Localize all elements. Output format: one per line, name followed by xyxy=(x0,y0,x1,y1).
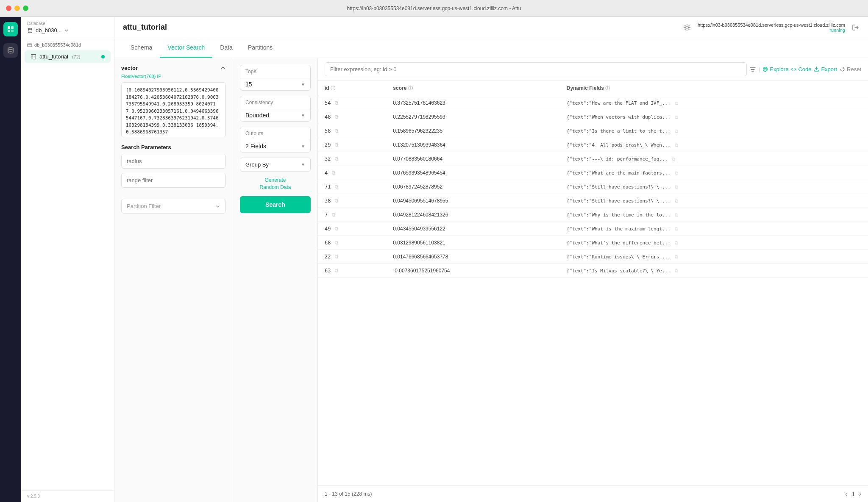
db-label: Database xyxy=(27,21,108,26)
copy-id-icon[interactable]: ⧉ xyxy=(335,268,339,274)
tab-data[interactable]: Data xyxy=(212,38,240,58)
partition-filter-dropdown[interactable]: Partition Filter xyxy=(121,199,226,214)
partition-filter-label: Partition Filter xyxy=(127,203,161,209)
close-button[interactable] xyxy=(6,6,11,11)
cell-dynamic: {"text":"How are the FLAT and IVF_... ⧉ xyxy=(560,96,868,110)
sun-icon[interactable] xyxy=(683,24,691,31)
vector-section: vector FloatVector(768) IP [0.1089402799… xyxy=(121,65,226,137)
col-score-label: score xyxy=(393,85,408,91)
tab-schema[interactable]: Schema xyxy=(123,38,160,58)
filter-icon[interactable] xyxy=(749,66,756,73)
next-page-button[interactable]: › xyxy=(859,490,861,498)
filter-expression-input[interactable] xyxy=(325,62,747,76)
maximize-button[interactable] xyxy=(23,6,28,11)
cell-score: 0.22552797198295593 xyxy=(386,110,559,124)
content-area: vector FloatVector(768) IP [0.1089402799… xyxy=(114,58,868,502)
topk-value: 15 xyxy=(245,81,252,88)
search-button[interactable]: Search xyxy=(240,196,311,213)
copy-dynamic-icon[interactable]: ⧉ xyxy=(675,128,678,134)
copy-dynamic-icon[interactable]: ⧉ xyxy=(675,268,678,274)
topk-control[interactable]: TopK 15 ▼ xyxy=(240,65,311,91)
copy-id-icon[interactable]: ⧉ xyxy=(335,240,339,246)
outputs-dropdown-icon: ▼ xyxy=(301,144,305,149)
copy-id-icon[interactable]: ⧉ xyxy=(335,100,339,106)
vector-data[interactable]: [0.10894027993956112,0.5569429400184276,… xyxy=(121,82,226,137)
collapse-icon[interactable] xyxy=(220,65,226,71)
copy-id-icon[interactable]: ⧉ xyxy=(335,156,339,162)
chevron-down-icon xyxy=(215,204,220,209)
radius-input[interactable] xyxy=(121,154,226,169)
vector-section-header: vector xyxy=(121,65,226,71)
cell-id: 54 ⧉ xyxy=(318,96,386,110)
db-name-row: db_b030... xyxy=(27,27,108,33)
copy-dynamic-icon[interactable]: ⧉ xyxy=(675,142,678,148)
topbar-url-block: https://in03-b030355534e081d.serverless.… xyxy=(698,22,845,33)
minimize-button[interactable] xyxy=(14,6,20,11)
titlebar: https://in03-b030355534e081d.serverless.… xyxy=(0,0,868,17)
generate-random-data-link[interactable]: Generate Random Data xyxy=(240,177,311,191)
copy-id-icon[interactable]: ⧉ xyxy=(335,226,339,232)
tabs-bar: Schema Vector Search Data Partitions xyxy=(114,38,868,58)
chevron-down-icon xyxy=(64,28,69,33)
id-info-icon: ⓘ xyxy=(331,86,335,91)
copy-dynamic-icon[interactable]: ⧉ xyxy=(675,170,678,176)
col-id-label: id xyxy=(325,85,331,91)
code-button[interactable]: Code xyxy=(791,66,811,72)
cell-score: 0.03129890561103821 xyxy=(386,236,559,250)
range-filter-input[interactable] xyxy=(121,173,226,188)
tab-partitions[interactable]: Partitions xyxy=(240,38,280,58)
reset-icon xyxy=(840,67,845,72)
tab-vector-search[interactable]: Vector Search xyxy=(160,38,212,58)
copy-id-icon[interactable]: ⧉ xyxy=(335,142,339,148)
vector-label: vector xyxy=(121,65,138,71)
cell-id: 63 ⧉ xyxy=(318,264,386,278)
vector-sublabel: FloatVector(768) IP xyxy=(121,74,226,79)
reset-button[interactable]: Reset xyxy=(840,66,861,72)
mid-panel: TopK 15 ▼ Consistency Bounded ▼ xyxy=(233,58,318,502)
export-button[interactable]: Export xyxy=(814,66,837,72)
copy-id-icon[interactable]: ⧉ xyxy=(335,198,339,204)
copy-dynamic-icon[interactable]: ⧉ xyxy=(672,156,675,162)
folder-icon xyxy=(27,42,32,47)
version-label: v 2.5.0 xyxy=(21,490,114,502)
sidebar-icon-database[interactable] xyxy=(3,43,18,58)
db-sidebar: Database db_b030... db_b030355534e081d xyxy=(21,17,114,502)
consistency-control[interactable]: Consistency Bounded ▼ xyxy=(240,96,311,122)
cell-dynamic: {"text":"Still have questions?\ \ ... ⧉ xyxy=(560,180,868,194)
copy-id-icon[interactable]: ⧉ xyxy=(335,184,339,190)
logout-icon[interactable] xyxy=(852,24,860,31)
table-icon xyxy=(31,54,36,60)
copy-id-icon[interactable]: ⧉ xyxy=(332,212,336,218)
copy-dynamic-icon[interactable]: ⧉ xyxy=(675,212,678,218)
consistency-value: Bounded xyxy=(245,112,269,119)
cell-id: 58 ⧉ xyxy=(318,124,386,138)
copy-dynamic-icon[interactable]: ⧉ xyxy=(675,198,678,204)
copy-dynamic-icon[interactable]: ⧉ xyxy=(675,100,678,106)
copy-dynamic-icon[interactable]: ⧉ xyxy=(675,240,678,246)
current-page[interactable]: 1 xyxy=(851,491,854,497)
cell-score: 0.04345504939556122 xyxy=(386,222,559,236)
cell-score: 0.13207513093948364 xyxy=(386,138,559,152)
collection-item[interactable]: attu_tutorial (72) xyxy=(25,50,111,63)
svg-rect-1 xyxy=(11,26,14,29)
cell-dynamic: {"text":"Why is the time in the lo... ⧉ xyxy=(560,208,868,222)
copy-id-icon[interactable]: ⧉ xyxy=(335,128,339,134)
cell-dynamic: {"text":"When vectors with duplica... ⧉ xyxy=(560,110,868,124)
copy-dynamic-icon[interactable]: ⧉ xyxy=(675,184,678,190)
copy-dynamic-icon[interactable]: ⧉ xyxy=(675,254,678,260)
explore-button[interactable]: Explore xyxy=(762,66,788,72)
main-content: attu_tutorial https://in03-b030355534e08… xyxy=(114,17,868,502)
prev-page-button[interactable]: ‹ xyxy=(845,490,847,498)
copy-id-icon[interactable]: ⧉ xyxy=(335,114,339,120)
window-title: https://in03-b030355534e081d.serverless.… xyxy=(347,6,521,11)
svg-rect-6 xyxy=(28,44,32,47)
copy-id-icon[interactable]: ⧉ xyxy=(332,170,336,176)
group-by-control[interactable]: Group By ▼ xyxy=(240,158,311,172)
left-panel: vector FloatVector(768) IP [0.1089402799… xyxy=(114,58,233,502)
table-body: 54 ⧉ 0.37325751781463623 {"text":"How ar… xyxy=(318,96,868,278)
cell-score: 0.07659393548965454 xyxy=(386,166,559,180)
copy-dynamic-icon[interactable]: ⧉ xyxy=(675,114,678,120)
copy-id-icon[interactable]: ⧉ xyxy=(335,254,339,260)
copy-dynamic-icon[interactable]: ⧉ xyxy=(675,226,678,232)
outputs-control[interactable]: Outputs 2 Fields ▼ xyxy=(240,127,311,153)
